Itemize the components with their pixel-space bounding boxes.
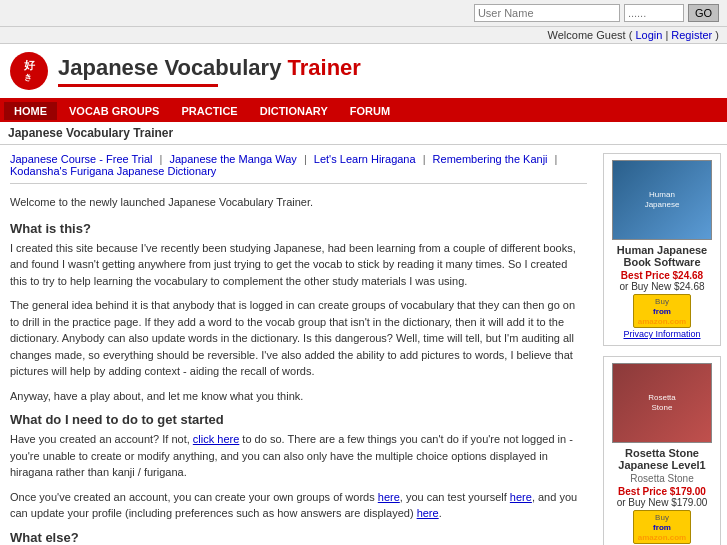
ad-title-2: Rosetta Stone Japanese Level1 (610, 447, 714, 471)
link-japanese-course[interactable]: Japanese Course - Free Trial (10, 153, 152, 165)
ad-box-1: HumanJapanese Human Japanese Book Softwa… (603, 153, 721, 346)
click-here-link-1[interactable]: click here (193, 433, 239, 445)
nav-dictionary[interactable]: DICTIONARY (250, 102, 338, 120)
nav-home[interactable]: HOME (4, 102, 57, 120)
section-heading-2: What do I need to do to get started (10, 412, 587, 427)
nav-practice[interactable]: PRACTICE (171, 102, 247, 120)
ad-subtitle-2: Rosetta Stone (610, 473, 714, 484)
page-title: Japanese Vocabulary Trainer (0, 122, 727, 145)
header: 好き Japanese Vocabulary Trainer (0, 44, 727, 100)
title-underline (58, 84, 218, 87)
ad-box-2: RosettaStone Rosetta Stone Japanese Leve… (603, 356, 721, 545)
top-bar: GO (0, 0, 727, 27)
welcome-message: Welcome to the newly launched Japanese V… (10, 194, 587, 211)
section-heading-1: What is this? (10, 221, 587, 236)
ad-buy-button-2[interactable]: Buy from amazon.com (633, 510, 691, 544)
section-para-1-2: The general idea behind it is that anybo… (10, 297, 587, 380)
ad-buy-label-2: or Buy New $179.00 (610, 497, 714, 508)
link-manga-way[interactable]: Japanese the Manga Way (169, 153, 296, 165)
nav-forum[interactable]: FORUM (340, 102, 400, 120)
ad-best-price-1: Best Price $24.68 (621, 270, 703, 281)
link-hiragana[interactable]: Let's Learn Hiragana (314, 153, 416, 165)
sidebar: HumanJapanese Human Japanese Book Softwa… (597, 145, 727, 545)
here-link-3[interactable]: here (417, 507, 439, 519)
resource-links: Japanese Course - Free Trial | Japanese … (10, 153, 587, 184)
nav-vocab-groups[interactable]: VOCAB GROUPS (59, 102, 169, 120)
ad-buy-label-1: or Buy New $24.68 (610, 281, 714, 292)
nav-bar: HOME VOCAB GROUPS PRACTICE DICTIONARY FO… (0, 100, 727, 122)
section-para-1-1: I created this site because I've recentl… (10, 240, 587, 290)
section-para-2-1: Have you created an account? If not, cli… (10, 431, 587, 481)
login-link[interactable]: Login (635, 29, 662, 41)
logo-icon: 好き (10, 52, 48, 90)
main-content: Japanese Course - Free Trial | Japanese … (0, 145, 597, 545)
welcome-text: Welcome Guest ( (548, 29, 633, 41)
content-wrapper: Japanese Course - Free Trial | Japanese … (0, 145, 727, 545)
section-para-2-2: Once you've created an account, you can … (10, 489, 587, 522)
section-para-1-3: Anyway, have a play about, and let me kn… (10, 388, 587, 405)
ad-image-2: RosettaStone (612, 363, 712, 443)
section-heading-3: What else? (10, 530, 587, 545)
here-link-2[interactable]: here (510, 491, 532, 503)
link-kanji[interactable]: Remembering the Kanji (433, 153, 548, 165)
ad-title-1: Human Japanese Book Software (610, 244, 714, 268)
password-input[interactable] (624, 4, 684, 22)
go-button[interactable]: GO (688, 4, 719, 22)
register-link[interactable]: Register (671, 29, 712, 41)
ad-buy-button-1[interactable]: Buy from amazon.com (633, 294, 691, 328)
site-title: Japanese Vocabulary Trainer (58, 55, 361, 81)
site-title-container: Japanese Vocabulary Trainer (58, 55, 361, 86)
ad-privacy-link-1[interactable]: Privacy Information (623, 329, 700, 339)
ad-best-price-2: Best Price $179.00 (618, 486, 706, 497)
welcome-bar: Welcome Guest ( Login | Register ) (0, 27, 727, 44)
username-input[interactable] (474, 4, 620, 22)
ad-image-1: HumanJapanese (612, 160, 712, 240)
here-link-1[interactable]: here (378, 491, 400, 503)
title-part1: Japanese Vocabulary (58, 55, 281, 80)
link-kodansha[interactable]: Kodansha's Furigana Japanese Dictionary (10, 165, 216, 177)
title-part2: Trainer (288, 55, 361, 80)
